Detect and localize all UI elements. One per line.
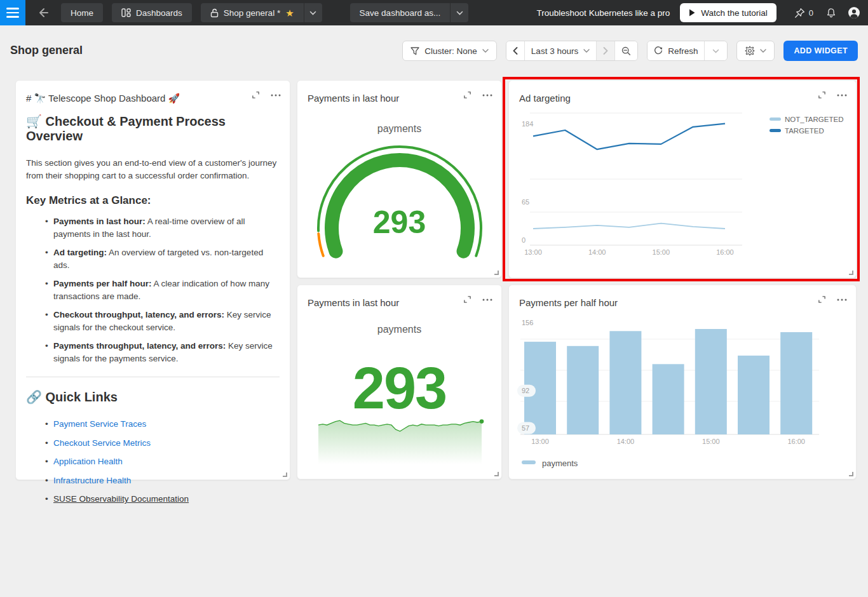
user-avatar[interactable] <box>843 0 868 25</box>
expand-icon <box>463 295 471 304</box>
axis-tick-label: payments <box>542 459 578 468</box>
refresh-button[interactable]: Refresh <box>648 41 704 60</box>
divider <box>26 377 280 377</box>
avatar-icon <box>848 6 860 19</box>
axis-tick-label: 16:00 <box>716 248 734 256</box>
expand-widget-button[interactable] <box>463 91 471 99</box>
expand-icon <box>252 91 260 99</box>
axis-tick-label: 0 <box>522 236 526 244</box>
widget-title: Payments per half hour <box>519 297 618 308</box>
legend-item-NOT_TARGETED[interactable]: NOT_TARGETED <box>770 116 843 123</box>
ellipsis-icon <box>837 94 847 97</box>
bar-14:30 <box>653 364 684 434</box>
resize-handle[interactable] <box>283 473 287 477</box>
quick-link-item: Infrastructure Health <box>45 474 280 487</box>
gear-icon <box>745 46 755 56</box>
dashboard-settings-button[interactable] <box>736 41 775 61</box>
markdown-intro: This section gives you an end-to-end vie… <box>26 157 281 182</box>
expand-widget-button[interactable] <box>252 91 260 99</box>
page-title: Shop general <box>10 44 83 57</box>
metric-item: Checkout throughput, latency, and errors… <box>45 309 280 334</box>
metric-item: Payments per half hour: A clear indicati… <box>45 278 280 303</box>
widget-menu-button[interactable] <box>271 94 281 97</box>
menu-button[interactable] <box>0 0 25 25</box>
quick-link[interactable]: Infrastructure Health <box>53 476 131 485</box>
tab-current-dashboard-label: Shop general * <box>224 8 280 18</box>
tab-home[interactable]: Home <box>61 3 103 22</box>
time-back-button[interactable] <box>506 41 524 60</box>
payments-bar-chart: 156925713:0014:0015:0016:00payments <box>509 285 857 480</box>
notifications-button[interactable] <box>820 0 843 25</box>
widget-payments-gauge: Payments in last hour payments 293 <box>297 80 502 278</box>
resize-handle[interactable] <box>494 271 499 275</box>
resize-handle[interactable] <box>849 472 853 476</box>
resize-handle[interactable] <box>849 271 853 275</box>
ad-targeting-line-chart: 18465013:0014:0015:0016:00NOT_TARGETEDTA… <box>509 81 857 279</box>
expand-widget-button[interactable] <box>818 91 826 99</box>
dashboard-tab-chevron[interactable] <box>304 3 322 22</box>
time-range-button[interactable]: Last 3 hours <box>524 41 596 60</box>
save-dashboard-as-label: Save dashboard as... <box>360 8 441 18</box>
promo-text: Troubleshoot Kubernetes like a pro <box>537 8 670 18</box>
axis-tick-label: 16:00 <box>787 438 805 445</box>
expand-icon <box>463 91 471 99</box>
axis-tick-label: TARGETED <box>785 127 824 135</box>
legend-swatch <box>770 129 781 132</box>
widget-payments-per-half-hour: Payments per half hour 156925713:0014:00… <box>508 285 857 480</box>
legend-swatch <box>522 460 536 464</box>
quick-link[interactable]: Application Health <box>53 457 123 466</box>
legend-item-TARGETED[interactable]: TARGETED <box>770 127 824 135</box>
tab-dashboards[interactable]: Dashboards <box>112 3 192 22</box>
widget-ad-targeting: Ad targeting 18465013:0014:0015:0016:00N… <box>508 80 857 278</box>
chevron-down-icon <box>760 49 766 53</box>
favorite-star-icon[interactable]: ★ <box>285 8 294 18</box>
back-button[interactable] <box>34 4 52 22</box>
cluster-filter-button[interactable]: Cluster: None <box>402 41 497 61</box>
resize-handle[interactable] <box>494 472 499 476</box>
dashboards-icon <box>121 8 131 17</box>
chevron-down-icon <box>482 49 489 53</box>
zoom-out-time-button[interactable] <box>614 41 637 60</box>
legend-item-payments[interactable]: payments <box>522 459 578 468</box>
expand-widget-button[interactable] <box>818 295 826 304</box>
quick-link[interactable]: Payment Service Traces <box>53 419 146 429</box>
dashboard-toolbar: Cluster: None Last 3 hours Refresh ADD W… <box>402 41 858 61</box>
pin-icon <box>794 8 805 18</box>
time-forward-button[interactable] <box>596 41 614 60</box>
quick-link[interactable]: Checkout Service Metrics <box>53 438 151 448</box>
widget-menu-button[interactable] <box>837 298 847 301</box>
bar-13:30 <box>567 346 599 434</box>
axis-tick-label: 65 <box>522 198 529 206</box>
refresh-label: Refresh <box>668 46 698 56</box>
widget-menu-button[interactable] <box>482 94 492 97</box>
save-dashboard-as-chevron[interactable] <box>451 3 468 22</box>
filter-icon <box>410 47 419 55</box>
markdown-heading: 🛒 Checkout & Payment Process Overview <box>26 114 280 144</box>
widget-title: Payments in last hour <box>308 297 399 308</box>
axis-tick-label: 57 <box>522 424 529 432</box>
axis-tick-label: 14:00 <box>588 248 606 256</box>
refresh-options-chevron[interactable] <box>704 41 727 60</box>
widget-menu-button[interactable] <box>482 298 492 301</box>
quick-link-item: Payment Service Traces <box>45 418 280 431</box>
sparkline-end-dot <box>480 419 484 424</box>
save-dashboard-as-button[interactable]: Save dashboard as... <box>350 3 451 22</box>
tab-current-dashboard[interactable]: Shop general * ★ <box>201 3 304 22</box>
chevron-right-icon <box>603 47 608 55</box>
widget-title: Ad targeting <box>519 93 571 104</box>
add-widget-button[interactable]: ADD WIDGET <box>783 41 858 61</box>
widget-title: # 🔭 Telescope Shop Dashboard 🚀 <box>26 93 180 104</box>
quick-links-heading: 🔗 Quick Links <box>26 389 280 405</box>
axis-tick-label: 15:00 <box>702 438 720 445</box>
widget-menu-button[interactable] <box>837 94 847 97</box>
cluster-filter-label: Cluster: None <box>424 46 477 56</box>
expand-widget-button[interactable] <box>463 295 471 304</box>
metric-item: Payments throughput, latency, and errors… <box>45 340 280 365</box>
tab-home-label: Home <box>71 8 93 18</box>
axis-tick-label: 92 <box>522 387 529 394</box>
watch-tutorial-button[interactable]: Watch the tutorial <box>680 3 776 22</box>
pinned-items-button[interactable]: 0 <box>788 0 820 25</box>
axis-tick-label: 15:00 <box>653 248 670 256</box>
quick-link[interactable]: SUSE Observability Documentation <box>53 494 189 504</box>
time-range-label: Last 3 hours <box>531 46 578 56</box>
